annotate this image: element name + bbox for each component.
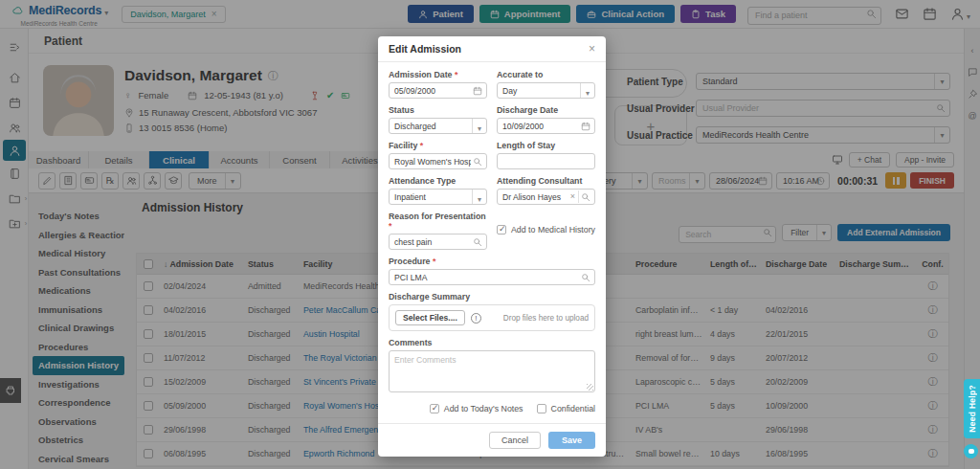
add-medical-history-field: Add to Medical History (497, 212, 595, 234)
facility-input[interactable] (390, 154, 486, 168)
search-icon[interactable] (581, 192, 590, 202)
length-of-stay-input-wrap (497, 153, 595, 169)
accurate-to-select[interactable] (497, 82, 595, 99)
calendar-icon[interactable] (581, 122, 590, 131)
modal-title: Edit Admission (389, 43, 461, 55)
drop-files-hint: Drop files here to upload (503, 314, 589, 323)
todays-notes-checkbox[interactable] (430, 404, 439, 413)
calendar-icon[interactable] (473, 86, 482, 96)
confidential-label: Confidential (551, 404, 595, 413)
close-icon[interactable]: × (589, 42, 595, 56)
discharge-summary-field: Discharge Summary Select Files.... ! Dro… (389, 292, 595, 331)
chat-dot-icon (969, 449, 974, 454)
select-files-button[interactable]: Select Files.... (395, 310, 465, 325)
add-medical-history-label: Add to Medical History (511, 225, 595, 234)
search-icon[interactable] (473, 237, 482, 247)
attending-consultant-input-wrap: × (497, 189, 595, 205)
procedure-input[interactable] (390, 270, 594, 284)
clear-icon[interactable]: × (570, 190, 579, 203)
reason-input-wrap (389, 234, 487, 250)
file-drop-zone[interactable]: Select Files.... ! Drop files here to up… (389, 304, 595, 331)
modal-body: Admission Date * Status (378, 62, 606, 423)
modal-footer: Cancel Save (378, 423, 606, 457)
comments-field: Comments Enter Comments (389, 338, 595, 392)
reason-input[interactable] (390, 234, 486, 249)
reason-field: Reason for Presentation * (389, 212, 487, 250)
procedure-field: Procedure * (389, 257, 595, 285)
procedure-input-wrap (389, 269, 595, 285)
attending-consultant-field: Attending Consultant × (497, 176, 595, 205)
modal-checkbox-row: Add to Today's Notes Confidential (389, 399, 595, 419)
cancel-button[interactable]: Cancel (489, 432, 541, 449)
required-asterisk: * (455, 70, 457, 79)
discharge-date-input-wrap (497, 118, 595, 134)
chevron-down-icon (478, 189, 481, 206)
attendance-type-select[interactable] (389, 189, 487, 205)
confidential-checkbox[interactable] (537, 404, 546, 413)
facility-field: Facility * (389, 141, 487, 169)
add-medical-history-checkbox-row[interactable]: Add to Medical History (497, 225, 595, 234)
todays-notes-label: Add to Today's Notes (444, 404, 523, 413)
application-window: MediRecords MediRecords Health Centre Da… (0, 0, 980, 469)
add-medical-history-checkbox[interactable] (497, 225, 506, 234)
confidential-checkbox-row[interactable]: Confidential (537, 404, 595, 413)
facility-input-wrap (389, 153, 487, 169)
admission-date-input-wrap (389, 82, 487, 99)
chevron-down-icon (478, 118, 481, 135)
required-asterisk: * (433, 257, 435, 266)
required-asterisk: * (420, 141, 423, 150)
discharge-date-field: Discharge Date (497, 105, 595, 134)
discharge-date-input[interactable] (498, 119, 594, 133)
status-select[interactable] (389, 118, 487, 134)
help-chat-bubble-button[interactable] (964, 444, 978, 458)
comments-placeholder: Enter Comments (394, 355, 456, 365)
attendance-type-field: Attendance Type (389, 176, 487, 205)
chevron-down-icon (586, 82, 590, 100)
admission-date-input[interactable] (390, 83, 486, 98)
admission-date-field: Admission Date * (389, 70, 487, 99)
search-icon[interactable] (473, 157, 482, 167)
accurate-to-field: Accurate to (497, 70, 595, 99)
required-asterisk: * (389, 221, 391, 231)
need-help-label: Need Help? (968, 385, 977, 433)
upload-info-icon[interactable]: ! (471, 313, 481, 324)
search-icon[interactable] (581, 273, 590, 282)
save-button[interactable]: Save (548, 432, 595, 449)
comments-textarea[interactable]: Enter Comments (389, 350, 595, 392)
attending-consultant-input[interactable] (498, 190, 594, 204)
length-of-stay-input[interactable] (498, 154, 594, 168)
modal-header: Edit Admission × (378, 36, 606, 62)
need-help-tab[interactable]: Need Help? (964, 379, 980, 438)
todays-notes-checkbox-row[interactable]: Add to Today's Notes (430, 404, 523, 413)
status-field: Status (389, 105, 487, 134)
edit-admission-modal: Edit Admission × Admission Date * Status (378, 36, 606, 457)
length-of-stay-field: Length of Stay (497, 141, 595, 169)
